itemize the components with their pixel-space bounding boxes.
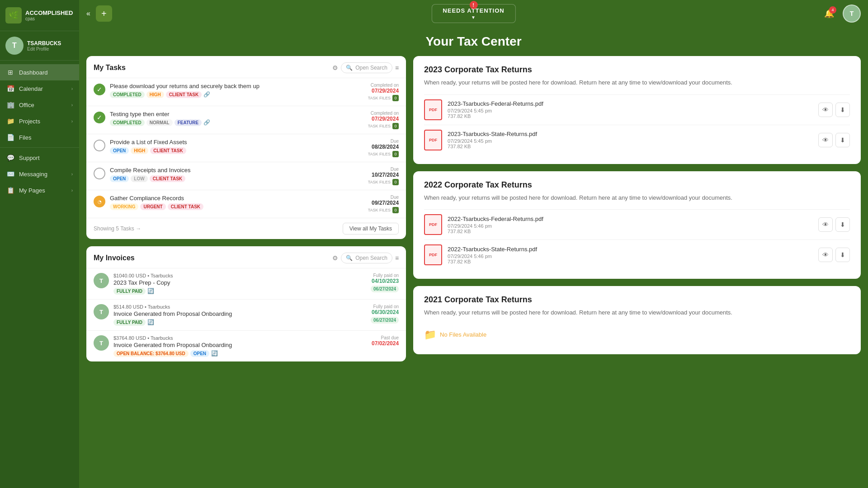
task-check-open[interactable] bbox=[94, 140, 105, 151]
task-date-label: Due bbox=[368, 195, 399, 200]
task-item: ◔ Gather Compliance Records WORKING URGE… bbox=[86, 190, 406, 218]
tax-card-2021-desc: When ready, your returns will be posted … bbox=[424, 308, 850, 317]
task-files-label: TASK FILES bbox=[368, 208, 391, 212]
tag-open: OPEN bbox=[110, 147, 129, 154]
add-button[interactable]: + bbox=[96, 5, 112, 22]
tag-client-task: CLIENT TASK bbox=[168, 203, 203, 210]
task-link-icon: 🔗 bbox=[203, 91, 210, 98]
notification-button[interactable]: 🔔 4 bbox=[821, 5, 837, 22]
sidebar-item-messaging[interactable]: ✉️ Messaging › bbox=[0, 166, 79, 182]
user-section: T TSARBUCKS Edit Profile bbox=[0, 31, 79, 61]
invoice-meta: Fully paid on 06/30/2024 06/27/2024 bbox=[371, 304, 399, 324]
task-files: TASK FILES 0 bbox=[368, 151, 399, 157]
download-file-button[interactable]: ⬇ bbox=[835, 248, 850, 262]
view-file-button[interactable]: 👁 bbox=[818, 217, 833, 232]
tag-high: HIGH bbox=[146, 91, 164, 98]
invoices-sort-icon[interactable]: ≡ bbox=[395, 254, 399, 262]
task-tags: COMPLETED HIGH CLIENT TASK 🔗 bbox=[110, 91, 363, 98]
sidebar-item-projects[interactable]: 📁 Projects › bbox=[0, 113, 79, 129]
task-check-completed[interactable]: ✓ bbox=[94, 112, 105, 123]
tax-card-2022-desc: When ready, your returns will be posted … bbox=[424, 193, 850, 202]
task-date: 07/29/2024 bbox=[368, 88, 399, 94]
invoice-title[interactable]: Invoice Generated from Proposal Onboardi… bbox=[113, 342, 367, 348]
pdf-icon: PDF bbox=[424, 99, 442, 120]
sidebar-item-dashboard-label: Dashboard bbox=[19, 69, 48, 76]
invoice-avatar: T bbox=[94, 335, 109, 351]
tax-card-2021-title: 2021 Corporate Tax Returns bbox=[424, 295, 850, 305]
invoice-body: $1040.00 USD • Tsarbucks 2023 Tax Prep -… bbox=[113, 273, 366, 295]
file-info: 2022-Tsarbucks-State-Returns.pdf 07/29/2… bbox=[448, 246, 813, 264]
invoice-date: 07/02/2024 bbox=[372, 340, 399, 347]
task-item: Provide a List of Fixed Assets OPEN HIGH… bbox=[86, 134, 406, 162]
edit-profile-link[interactable]: Edit Profile bbox=[27, 47, 61, 52]
sidebar-item-files[interactable]: 📄 Files bbox=[0, 129, 79, 145]
tag-fully-paid: FULLY PAID bbox=[113, 319, 146, 326]
sidebar-item-files-label: Files bbox=[19, 134, 31, 141]
invoices-header-actions: ⚙ 🔍 Open Search ≡ bbox=[332, 253, 399, 263]
tag-urgent: URGENT bbox=[140, 203, 165, 210]
tag-fully-paid: FULLY PAID bbox=[113, 288, 146, 295]
task-check-working[interactable]: ◔ bbox=[94, 196, 105, 207]
file-info: 2022-Tsarbucks-Federal-Returns.pdf 07/29… bbox=[448, 216, 813, 234]
pdf-icon: PDF bbox=[424, 130, 442, 150]
task-tags: OPEN HIGH CLIENT TASK bbox=[110, 147, 363, 154]
sidebar-item-my-pages-label: My Pages bbox=[19, 187, 45, 194]
file-name: 2023-Tsarbucks-Federal-Returns.pdf bbox=[448, 100, 813, 107]
task-check-completed[interactable]: ✓ bbox=[94, 84, 105, 95]
no-files-message: 📁 No Files Available bbox=[424, 324, 850, 345]
task-body: Testing type then enter COMPLETED NORMAL… bbox=[110, 111, 363, 126]
task-files-label: TASK FILES bbox=[368, 124, 391, 128]
tasks-filter-icon[interactable]: ≡ bbox=[395, 64, 399, 71]
file-size: 737.82 KB bbox=[448, 229, 813, 234]
view-all-tasks-button[interactable]: View all My Tasks bbox=[343, 223, 399, 235]
file-date: 07/29/2024 5:45 pm bbox=[448, 108, 813, 113]
tax-card-2022-title: 2022 Corporate Tax Returns bbox=[424, 180, 850, 190]
invoice-title[interactable]: Invoice Generated from Proposal Onboardi… bbox=[113, 310, 366, 317]
invoice-title[interactable]: 2023 Tax Prep - Copy bbox=[113, 279, 366, 286]
file-size: 737.82 KB bbox=[448, 144, 813, 149]
view-file-button[interactable]: 👁 bbox=[818, 103, 833, 117]
sidebar-item-dashboard[interactable]: ⊞ Dashboard bbox=[0, 64, 79, 80]
task-meta: Due 10/27/2024 TASK FILES 0 bbox=[368, 167, 399, 185]
my-invoices-card: My Invoices ⚙ 🔍 Open Search ≡ T bbox=[86, 246, 406, 361]
invoices-search-box[interactable]: 🔍 Open Search bbox=[341, 253, 392, 263]
tag-high: HIGH bbox=[131, 147, 148, 154]
download-file-button[interactable]: ⬇ bbox=[835, 103, 850, 117]
topbar: « + ! NEEDS ATTENTION ▼ 🔔 4 T bbox=[79, 0, 868, 27]
task-files-count: 0 bbox=[392, 207, 399, 213]
task-meta: Completed on 07/29/2024 TASK FILES 0 bbox=[368, 111, 399, 129]
task-check-open[interactable] bbox=[94, 168, 105, 179]
task-files-count: 0 bbox=[392, 95, 399, 101]
view-file-button[interactable]: 👁 bbox=[818, 133, 833, 147]
invoice-date-label: Fully paid on bbox=[371, 273, 399, 278]
tag-working: WORKING bbox=[110, 203, 138, 210]
view-file-button[interactable]: 👁 bbox=[818, 248, 833, 262]
file-date: 07/29/2024 5:46 pm bbox=[448, 253, 813, 259]
collapse-sidebar-button[interactable]: « bbox=[86, 9, 90, 18]
task-title: Provide a List of Fixed Assets bbox=[110, 139, 363, 145]
task-body: Gather Compliance Records WORKING URGENT… bbox=[110, 195, 363, 210]
download-file-button[interactable]: ⬇ bbox=[835, 133, 850, 147]
sidebar-item-office[interactable]: 🏢 Office › bbox=[0, 97, 79, 113]
file-date: 07/29/2024 5:45 pm bbox=[448, 138, 813, 144]
invoice-date-label: Past due bbox=[372, 335, 399, 340]
invoices-filter-icon[interactable]: ⚙ bbox=[332, 254, 338, 262]
user-avatar-top[interactable]: T bbox=[843, 5, 861, 23]
app-name: ACCOMPLISHED bbox=[25, 9, 73, 17]
file-item: PDF 2022-Tsarbucks-Federal-Returns.pdf 0… bbox=[424, 209, 850, 239]
filter-icon[interactable]: ⚙ bbox=[332, 64, 338, 71]
tag-client-task: CLIENT TASK bbox=[166, 91, 202, 98]
sidebar-item-calendar[interactable]: 📅 Calendar › bbox=[0, 80, 79, 97]
invoice-date: 04/10/2023 bbox=[371, 278, 399, 284]
download-file-button[interactable]: ⬇ bbox=[835, 217, 850, 232]
sidebar-item-my-pages[interactable]: 📋 My Pages › bbox=[0, 182, 79, 198]
folder-icon: 📁 bbox=[424, 329, 436, 341]
task-title: Testing type then enter bbox=[110, 111, 363, 117]
invoice-meta: Past due 07/02/2024 bbox=[372, 335, 399, 347]
file-info: 2023-Tsarbucks-State-Returns.pdf 07/29/2… bbox=[448, 131, 813, 149]
tasks-search-box[interactable]: 🔍 Open Search bbox=[341, 62, 392, 73]
file-date: 07/29/2024 5:46 pm bbox=[448, 223, 813, 229]
task-date: 07/29/2024 bbox=[368, 116, 399, 122]
sidebar-item-support[interactable]: 💬 Support bbox=[0, 150, 79, 166]
needs-attention-banner[interactable]: ! NEEDS ATTENTION ▼ bbox=[431, 4, 515, 23]
